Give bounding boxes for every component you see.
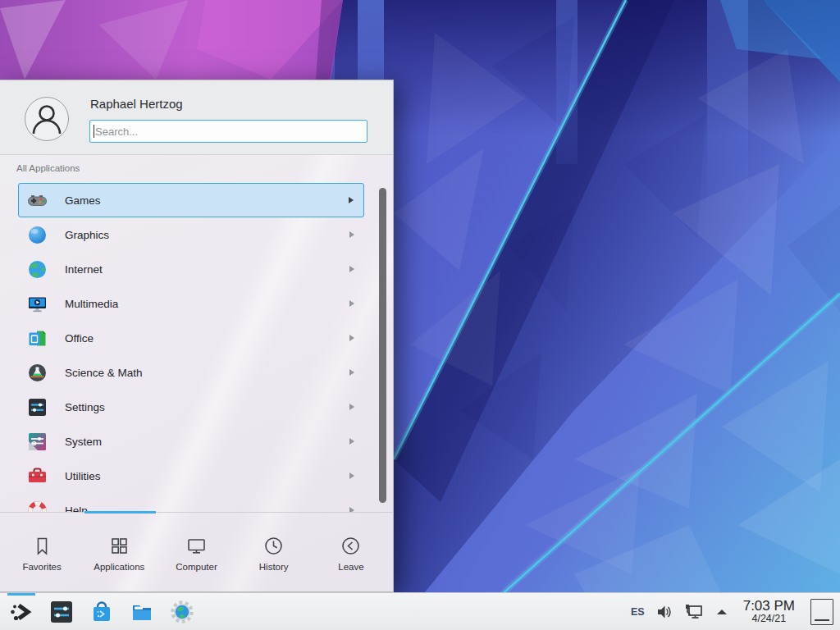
category-item-multimedia[interactable]: Multimedia xyxy=(18,286,364,321)
category-label: Utilities xyxy=(65,470,101,482)
category-item-settings[interactable]: Settings xyxy=(18,390,364,424)
lifebuoy-icon xyxy=(26,500,48,513)
gamepad-icon xyxy=(26,189,48,212)
system-settings-launcher[interactable] xyxy=(47,593,76,630)
submenu-arrow-icon xyxy=(349,472,354,479)
wired-network-icon[interactable] xyxy=(684,603,704,621)
text-caret xyxy=(94,125,94,138)
flask-icon xyxy=(26,362,48,384)
tab-label: Applications xyxy=(94,562,144,572)
list-scrollbar[interactable] xyxy=(379,188,386,503)
sphere-icon xyxy=(26,224,48,246)
submenu-arrow-icon xyxy=(349,300,354,307)
volume-icon[interactable] xyxy=(655,604,673,620)
expand-tray-arrow-icon[interactable] xyxy=(714,607,729,617)
category-item-science-math[interactable]: Science & Math xyxy=(18,355,364,390)
clock-icon xyxy=(262,535,285,557)
clock-time: 7:03 PM xyxy=(743,599,795,614)
web-browser-launcher[interactable] xyxy=(167,593,197,630)
category-label: Science & Math xyxy=(65,367,143,379)
category-label: Games xyxy=(65,194,101,207)
tab-label: Leave xyxy=(338,562,363,572)
show-desktop-button[interactable] xyxy=(810,599,833,625)
submenu-arrow-icon xyxy=(349,197,354,203)
tab-label: Favorites xyxy=(22,562,61,572)
search-input[interactable] xyxy=(89,120,368,143)
submenu-arrow-icon xyxy=(349,335,354,341)
globe-icon xyxy=(26,258,48,281)
system-tray: ES 7:03 PM 4/24/21 xyxy=(631,593,833,630)
section-label: All Applications xyxy=(16,163,80,173)
launcher-tab-bar: Favorites Applications Computer xyxy=(0,514,393,591)
submenu-arrow-icon xyxy=(349,369,354,376)
submenu-arrow-icon xyxy=(349,266,354,272)
launcher-header: Raphael Hertzog xyxy=(0,80,393,155)
documents-icon xyxy=(26,327,48,349)
category-label: Office xyxy=(65,332,94,345)
clock-date: 4/24/21 xyxy=(751,614,786,624)
tab-leave[interactable]: Leave xyxy=(313,535,390,572)
sliders-icon xyxy=(26,396,48,418)
category-item-help[interactable]: Help xyxy=(18,493,364,512)
folder-icon xyxy=(129,599,155,625)
tab-history[interactable]: History xyxy=(235,535,313,572)
digital-clock[interactable]: 7:03 PM 4/24/21 xyxy=(743,599,795,624)
toolbox-icon xyxy=(26,465,48,487)
category-label: Internet xyxy=(65,263,103,276)
person-icon xyxy=(25,98,68,140)
category-item-games[interactable]: Games xyxy=(18,183,364,217)
bookmark-icon xyxy=(31,535,53,557)
grid-icon xyxy=(108,535,130,557)
monitor-icon xyxy=(185,535,208,557)
taskbar-launchers xyxy=(7,593,197,630)
media-screen-icon xyxy=(26,293,48,315)
system-settings-icon xyxy=(48,599,75,625)
tab-computer[interactable]: Computer xyxy=(158,535,235,572)
submenu-arrow-icon xyxy=(349,404,354,410)
file-manager-launcher[interactable] xyxy=(127,593,157,630)
category-item-utilities[interactable]: Utilities xyxy=(18,459,364,493)
application-launcher-button[interactable] xyxy=(7,593,36,630)
category-item-office[interactable]: Office xyxy=(18,321,364,355)
category-item-internet[interactable]: Internet xyxy=(18,252,364,286)
leave-icon xyxy=(340,535,362,557)
category-item-system[interactable]: System xyxy=(18,424,364,459)
discover-launcher[interactable] xyxy=(87,593,116,630)
user-name: Raphael Hertzog xyxy=(90,97,183,111)
taskbar-panel: ES 7:03 PM 4/24/21 xyxy=(0,592,840,630)
konqueror-globe-gear-icon xyxy=(169,599,195,625)
application-launcher-menu: Raphael Hertzog All Applications Games xyxy=(0,80,394,592)
category-item-graphics[interactable]: Graphics xyxy=(18,217,364,252)
active-tab-indicator xyxy=(84,511,156,514)
system-sliders-icon xyxy=(26,431,48,453)
discover-bag-icon xyxy=(89,599,115,625)
category-label: Settings xyxy=(65,401,105,413)
tabbar-separator xyxy=(0,512,393,513)
tab-applications[interactable]: Applications xyxy=(80,535,158,572)
kde-launcher-icon xyxy=(7,598,35,626)
submenu-arrow-icon xyxy=(349,438,354,445)
application-category-list: Games Graphics Internet xyxy=(18,183,364,512)
keyboard-layout-indicator[interactable]: ES xyxy=(631,606,645,618)
submenu-arrow-icon xyxy=(349,231,354,238)
tab-favorites[interactable]: Favorites xyxy=(3,535,80,572)
user-avatar xyxy=(25,97,69,141)
category-label: Multimedia xyxy=(65,298,118,310)
category-label: System xyxy=(65,436,102,448)
tab-label: History xyxy=(259,562,289,572)
category-label: Graphics xyxy=(65,229,109,241)
tab-label: Computer xyxy=(176,562,217,572)
